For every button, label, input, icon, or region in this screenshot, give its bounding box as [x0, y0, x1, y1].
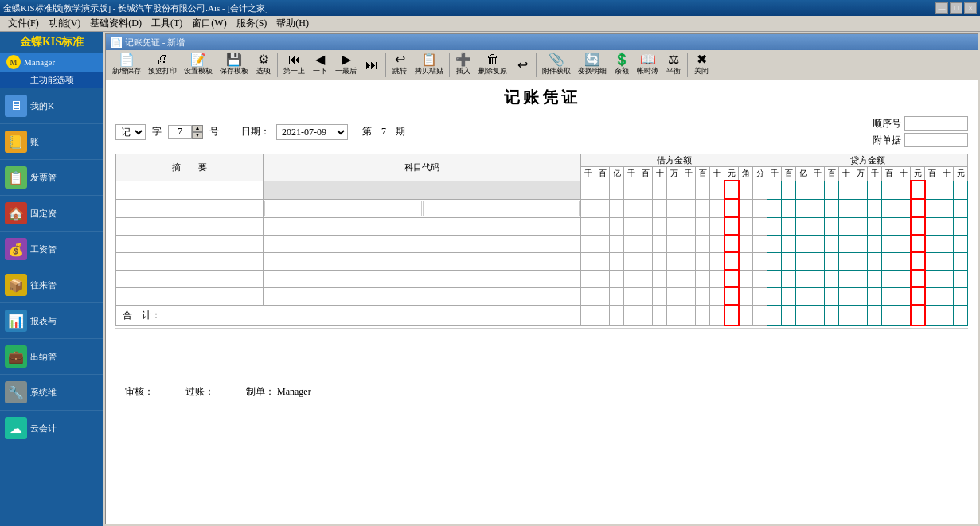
- r2d9[interactable]: [696, 199, 710, 217]
- row5-desc[interactable]: [116, 252, 264, 270]
- r1c1[interactable]: [767, 181, 782, 199]
- r1c5[interactable]: [825, 181, 839, 199]
- row2-desc[interactable]: [116, 199, 264, 217]
- r1c11[interactable]: [911, 181, 925, 199]
- r1d6[interactable]: [653, 181, 667, 199]
- r2d1[interactable]: [581, 199, 595, 217]
- r1d10[interactable]: [710, 181, 724, 199]
- row1-desc[interactable]: [116, 181, 264, 199]
- r2c14[interactable]: [954, 199, 968, 217]
- r2d6[interactable]: [653, 199, 667, 217]
- r1c4[interactable]: [810, 181, 825, 199]
- set-template-button[interactable]: 📝 设置模板: [181, 52, 216, 78]
- insert-button[interactable]: ➕ 插入: [452, 52, 474, 78]
- jump-button[interactable]: ↩ 跳转: [388, 52, 411, 78]
- r2c5[interactable]: [825, 199, 839, 217]
- sidebar-item-system[interactable]: 🔧 系统维: [0, 375, 103, 411]
- r1c12[interactable]: [925, 181, 939, 199]
- row6-desc[interactable]: [116, 270, 264, 287]
- menu-base-data[interactable]: 基础资料(D): [85, 15, 146, 32]
- new-save-button[interactable]: 📄 新增保存: [109, 52, 144, 78]
- menu-help[interactable]: 帮助(H): [271, 15, 314, 32]
- r2d4[interactable]: [624, 199, 638, 217]
- sidebar-item-myk[interactable]: 🖥 我的K: [0, 88, 103, 124]
- r1c13[interactable]: [939, 181, 954, 199]
- maximize-button[interactable]: □: [950, 2, 962, 14]
- r2c6[interactable]: [839, 199, 853, 217]
- sidebar-item-account[interactable]: 📒 账: [0, 124, 103, 160]
- ledger-button[interactable]: 📖 帐时薄: [634, 52, 662, 78]
- r2c7[interactable]: [853, 199, 868, 217]
- sidebar-item-report[interactable]: 📊 报表与: [0, 303, 103, 339]
- row1-desc-input[interactable]: [116, 181, 263, 199]
- r1d5[interactable]: [638, 181, 653, 199]
- row3-code[interactable]: [264, 217, 581, 235]
- minimize-button[interactable]: —: [935, 2, 948, 14]
- r2c8[interactable]: [868, 199, 882, 217]
- row6-code[interactable]: [264, 270, 581, 287]
- first-button[interactable]: ⏮ 第一上: [280, 52, 308, 78]
- transform-button[interactable]: 🔄 变换明细: [575, 52, 610, 78]
- r2d12[interactable]: [739, 199, 753, 217]
- r2c13[interactable]: [939, 199, 954, 217]
- r1c7[interactable]: [853, 181, 868, 199]
- spin-up[interactable]: ▲: [192, 125, 203, 132]
- attachment-button[interactable]: 📎 附件获取: [539, 52, 574, 78]
- copy-paste-button[interactable]: 📋 拷贝粘贴: [412, 52, 447, 78]
- sidebar-item-fixed-assets[interactable]: 🏠 固定资: [0, 196, 103, 232]
- date-select[interactable]: 2021-07-09: [276, 124, 348, 140]
- r2d13[interactable]: [753, 199, 767, 217]
- close-button[interactable]: ×: [964, 2, 977, 14]
- row4-desc[interactable]: [116, 235, 264, 252]
- menu-file[interactable]: 文件(F): [3, 15, 44, 32]
- r2c3[interactable]: [796, 199, 810, 217]
- r1d2[interactable]: [595, 181, 610, 199]
- sidebar-item-cash[interactable]: 💼 出纳管: [0, 339, 103, 375]
- row7-desc[interactable]: [116, 287, 264, 305]
- r2c4[interactable]: [810, 199, 825, 217]
- spin-down[interactable]: ▼: [192, 132, 203, 139]
- close-doc-button[interactable]: ✖ 关闭: [690, 52, 713, 78]
- r2d7[interactable]: [667, 199, 681, 217]
- balance-check-button[interactable]: ⚖ 平衡: [662, 52, 685, 78]
- row4-code[interactable]: [264, 235, 581, 252]
- r1d3[interactable]: [610, 181, 624, 199]
- r2d5[interactable]: [638, 199, 653, 217]
- save-template-button[interactable]: 💾 保存模板: [217, 52, 252, 78]
- sidebar-item-trade[interactable]: 📦 往来管: [0, 267, 103, 303]
- r2c10[interactable]: [896, 199, 911, 217]
- row2-desc-input[interactable]: [116, 200, 263, 217]
- prev-button[interactable]: ◀ 一下: [309, 52, 331, 78]
- r2c12[interactable]: [925, 199, 939, 217]
- restore-button[interactable]: ↩: [511, 57, 533, 73]
- row3-desc[interactable]: [116, 217, 264, 235]
- r2c2[interactable]: [782, 199, 796, 217]
- sidebar-item-invoice[interactable]: 📋 发票管: [0, 160, 103, 196]
- r1c9[interactable]: [882, 181, 896, 199]
- r1d1[interactable]: [581, 181, 595, 199]
- menu-window[interactable]: 窗口(W): [187, 15, 231, 32]
- r1d4[interactable]: [624, 181, 638, 199]
- notes-area[interactable]: [115, 328, 968, 380]
- r1c8[interactable]: [868, 181, 882, 199]
- row2-code2-input[interactable]: [423, 201, 580, 216]
- r1d9[interactable]: [696, 181, 710, 199]
- menu-service[interactable]: 服务(S): [232, 15, 272, 32]
- type-select[interactable]: 记: [115, 124, 146, 140]
- r1c10[interactable]: [896, 181, 911, 199]
- row5-code[interactable]: [264, 252, 581, 270]
- title-buttons[interactable]: — □ ×: [935, 2, 977, 14]
- next-button[interactable]: ▶ 一最后: [332, 52, 360, 78]
- balance-button[interactable]: 💲 余额: [611, 52, 633, 78]
- r1d11[interactable]: [724, 181, 739, 199]
- r2c11[interactable]: [911, 199, 925, 217]
- r2d11[interactable]: [724, 199, 739, 217]
- r2c9[interactable]: [882, 199, 896, 217]
- sidebar-item-cloud[interactable]: ☁ 云会计: [0, 411, 103, 446]
- menu-tools[interactable]: 工具(T): [146, 15, 187, 32]
- preview-print-button[interactable]: 🖨 预览打印: [145, 52, 180, 78]
- r2d8[interactable]: [681, 199, 696, 217]
- delete-restore-button[interactable]: 🗑 删除复原: [475, 52, 510, 78]
- last-button[interactable]: ⏭: [361, 57, 383, 73]
- row2-code1-input[interactable]: [264, 201, 422, 216]
